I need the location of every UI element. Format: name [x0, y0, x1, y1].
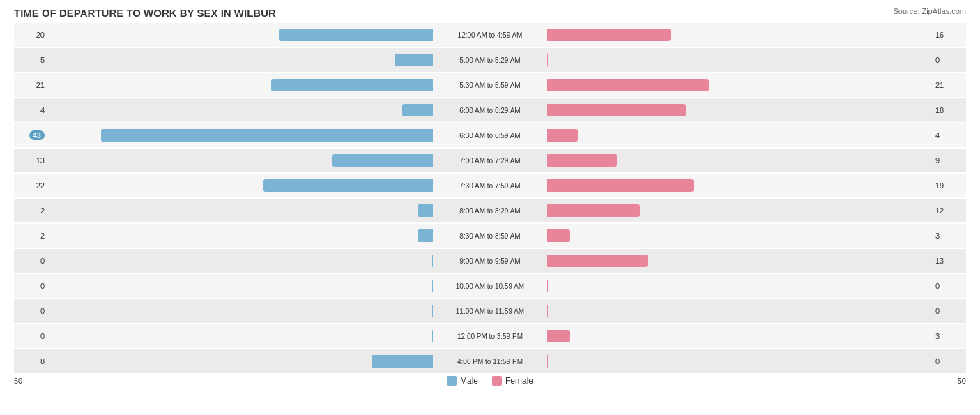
footer-left-value: 50	[14, 377, 49, 385]
time-label: 8:30 AM to 8:59 AM	[459, 232, 520, 240]
left-value: 0	[14, 257, 49, 265]
center-label-area: 7:30 AM to 7:59 AM	[434, 182, 546, 190]
male-bar	[402, 104, 433, 116]
female-bar	[547, 54, 548, 66]
female-bar	[547, 129, 578, 142]
right-value: 4	[931, 131, 966, 139]
female-side	[546, 302, 931, 320]
bar-section: 8:00 AM to 8:29 AM	[49, 199, 931, 222]
chart-row: 43 6:30 AM to 6:59 AM 4	[14, 123, 966, 147]
bar-section: 5:30 AM to 5:59 AM	[49, 73, 931, 97]
female-bar	[547, 330, 570, 342]
female-value-label: 0	[935, 282, 940, 290]
bar-section: 7:00 AM to 7:29 AM	[49, 149, 931, 172]
male-side	[49, 151, 434, 169]
chart-row: 0 12:00 PM to 3:59 PM 3	[14, 324, 966, 348]
male-bar	[418, 229, 433, 242]
left-value: 0	[14, 332, 49, 340]
right-value: 16	[931, 31, 966, 39]
dual-bars: 12:00 AM to 4:59 AM	[49, 23, 931, 47]
left-value: 0	[14, 307, 49, 315]
male-side	[49, 126, 434, 144]
source-text: Source: ZipAtlas.com	[893, 7, 966, 15]
female-value-label: 16	[935, 31, 944, 39]
bar-section: 10:00 AM to 10:59 AM	[49, 274, 931, 298]
male-value-label: 0	[40, 282, 45, 290]
male-side	[49, 51, 434, 69]
female-side	[546, 76, 931, 94]
dual-bars: 5:30 AM to 5:59 AM	[49, 73, 931, 97]
female-side	[546, 252, 931, 270]
bar-section: 11:00 AM to 11:59 AM	[49, 299, 931, 323]
left-value: 2	[14, 232, 49, 240]
center-label-area: 11:00 AM to 11:59 AM	[434, 308, 546, 315]
chart-row: 21 5:30 AM to 5:59 AM 21	[14, 73, 966, 97]
right-value: 21	[931, 81, 966, 89]
time-label: 12:00 PM to 3:59 PM	[457, 333, 523, 340]
male-legend-label: Male	[460, 376, 478, 386]
time-label: 12:00 AM to 4:59 AM	[458, 31, 523, 39]
female-side	[546, 151, 931, 169]
right-value: 3	[931, 232, 966, 240]
female-value-label: 19	[935, 181, 944, 190]
female-side	[546, 277, 931, 295]
bar-section: 4:00 PM to 11:59 PM	[49, 349, 931, 373]
female-value-label: 0	[935, 357, 940, 365]
female-value-label: 0	[935, 307, 940, 315]
dual-bars: 6:00 AM to 6:29 AM	[49, 98, 931, 122]
center-label-area: 5:00 AM to 5:29 AM	[434, 56, 546, 64]
female-side	[546, 202, 931, 220]
time-label: 7:30 AM to 7:59 AM	[459, 182, 520, 190]
right-value: 19	[931, 181, 966, 190]
male-legend-box	[447, 376, 457, 386]
male-value-label: 22	[36, 181, 45, 190]
male-side	[49, 176, 434, 195]
center-label-area: 10:00 AM to 10:59 AM	[434, 282, 546, 290]
right-value: 12	[931, 206, 966, 215]
female-side	[546, 327, 931, 345]
male-bar	[279, 29, 433, 41]
female-value-label: 13	[935, 257, 944, 265]
male-side	[49, 227, 434, 245]
left-value: 21	[14, 81, 49, 89]
female-legend-box	[492, 376, 502, 386]
male-side	[49, 252, 434, 270]
female-value-label: 21	[935, 81, 944, 89]
male-side	[49, 277, 434, 295]
male-value-label: 20	[36, 31, 45, 39]
dual-bars: 7:00 AM to 7:29 AM	[49, 149, 931, 172]
chart-row: 2 8:30 AM to 8:59 AM 3	[14, 224, 966, 248]
right-value: 9	[931, 156, 966, 165]
male-side	[49, 101, 434, 119]
chart-row: 0 10:00 AM to 10:59 AM 0	[14, 274, 966, 298]
female-bar	[547, 179, 694, 192]
right-value: 0	[931, 307, 966, 315]
right-value: 18	[931, 106, 966, 114]
chart-row: 8 4:00 PM to 11:59 PM 0	[14, 349, 966, 373]
time-label: 11:00 AM to 11:59 AM	[456, 308, 524, 315]
center-label-area: 7:00 AM to 7:29 AM	[434, 157, 546, 165]
footer-right-value: 50	[931, 377, 966, 385]
bar-section: 5:00 AM to 5:29 AM	[49, 48, 931, 72]
male-bar	[432, 255, 433, 267]
male-side	[49, 302, 434, 320]
dual-bars: 11:00 AM to 11:59 AM	[49, 299, 931, 323]
left-value: 20	[14, 31, 49, 39]
female-bar	[547, 79, 709, 91]
center-label-area: 8:00 AM to 8:29 AM	[434, 207, 546, 215]
male-side	[49, 327, 434, 345]
center-label-area: 4:00 PM to 11:59 PM	[434, 358, 546, 365]
male-value-label: 2	[40, 232, 45, 240]
chart-footer: 50 Male Female 50	[14, 376, 966, 386]
right-value: 3	[931, 332, 966, 340]
left-value: 2	[14, 206, 49, 215]
male-bar	[432, 280, 433, 292]
male-value-label: 5	[40, 56, 45, 64]
male-bar	[395, 54, 433, 66]
center-label-area: 12:00 PM to 3:59 PM	[434, 333, 546, 340]
right-value: 0	[931, 357, 966, 365]
left-value: 0	[14, 282, 49, 290]
legend-male: Male	[447, 376, 478, 386]
female-value-label: 3	[935, 232, 940, 240]
time-label: 6:30 AM to 6:59 AM	[459, 132, 520, 139]
